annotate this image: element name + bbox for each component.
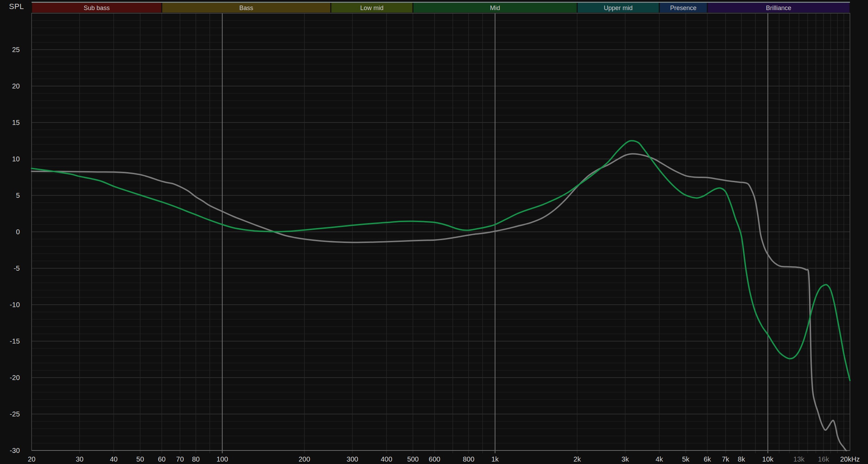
x-axis-label: 5k bbox=[682, 455, 690, 463]
x-axis-label: 40 bbox=[110, 455, 117, 463]
x-axis-label: 20 bbox=[28, 455, 35, 463]
fr-graph-canvas: Sub bassBassLow midMidUpper midPresenceB… bbox=[0, 0, 868, 464]
x-axis-label: 80 bbox=[192, 455, 200, 463]
y-axis-label: -30 bbox=[10, 447, 20, 454]
y-axis-label: -15 bbox=[10, 337, 20, 345]
x-axis-label: 800 bbox=[463, 455, 474, 463]
y-axis-label: -10 bbox=[10, 301, 20, 309]
y-axis-label: 25 bbox=[12, 46, 20, 53]
fr-graph: SPL Sub bassBassLow midMidUpper midPrese… bbox=[0, 0, 868, 464]
x-axis-label: 1k bbox=[491, 455, 499, 463]
y-axis-label: 15 bbox=[12, 119, 20, 126]
x-axis-label: 100 bbox=[216, 455, 228, 463]
x-axis-label: 300 bbox=[347, 455, 358, 463]
x-axis-label: 3k bbox=[621, 455, 629, 463]
spl-axis-title: SPL bbox=[9, 2, 24, 11]
x-axis-label: 30 bbox=[76, 455, 83, 463]
y-axis-label: 0 bbox=[16, 228, 20, 236]
band-label: Low mid bbox=[360, 5, 384, 11]
x-axis-label: 13k bbox=[793, 455, 805, 463]
band-label: Presence bbox=[670, 5, 696, 11]
x-axis-label: 70 bbox=[176, 455, 184, 463]
x-axis-label: 6k bbox=[704, 455, 711, 463]
x-axis-label: 4k bbox=[656, 455, 663, 463]
x-axis-label: 16k bbox=[818, 455, 829, 463]
x-axis-label: 7k bbox=[722, 455, 729, 463]
x-axis-label: 2k bbox=[574, 455, 581, 463]
x-axis-label: 50 bbox=[136, 455, 144, 463]
y-axis-label: 5 bbox=[16, 192, 20, 199]
x-axis-label: 8k bbox=[738, 455, 745, 463]
x-axis-label: 400 bbox=[381, 455, 392, 463]
band-label: Upper mid bbox=[604, 5, 633, 11]
y-axis-label: -25 bbox=[10, 410, 20, 418]
x-axis-label: 600 bbox=[429, 455, 440, 463]
x-axis-label: 20kHz bbox=[840, 455, 860, 463]
y-axis-label: 20 bbox=[12, 82, 20, 90]
y-axis-label: 10 bbox=[12, 155, 20, 163]
frequency-band-strip: Sub bassBassLow midMidUpper midPresenceB… bbox=[32, 2, 850, 13]
band-label: Mid bbox=[490, 5, 500, 11]
x-axis-label: 500 bbox=[407, 455, 419, 463]
y-axis-label: -20 bbox=[10, 374, 20, 381]
x-axis-label: 200 bbox=[299, 455, 310, 463]
band-label: Brilliance bbox=[766, 5, 791, 11]
band-label: Bass bbox=[239, 5, 253, 11]
y-axis-label: -5 bbox=[14, 264, 20, 272]
x-axis-label: 60 bbox=[158, 455, 166, 463]
band-label: Sub bass bbox=[84, 5, 110, 11]
x-axis-label: 10k bbox=[762, 455, 774, 463]
